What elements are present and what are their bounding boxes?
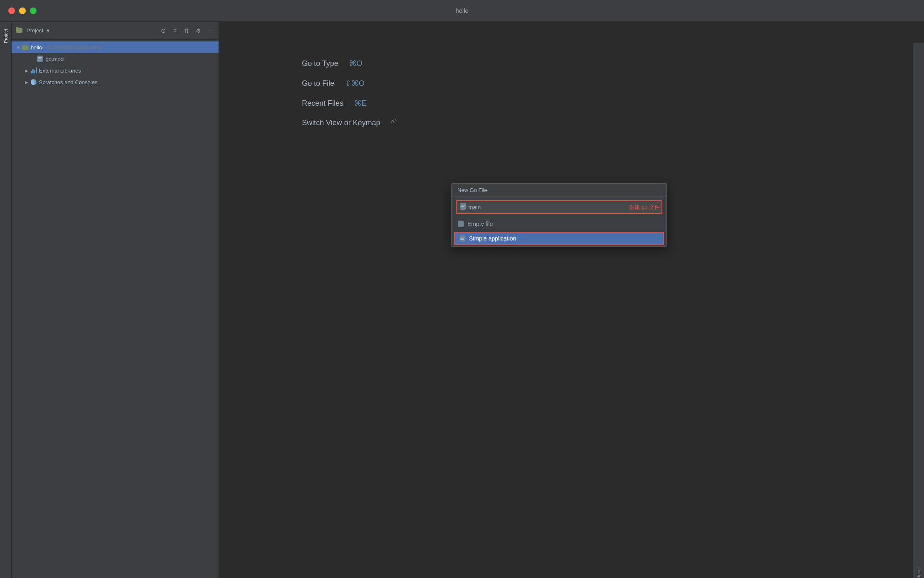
dialog-hint: 创建 go 文件 [629, 204, 660, 211]
svg-rect-10 [461, 206, 464, 207]
scratches-consoles-label: Scratches and Consoles [39, 79, 97, 85]
settings-icon[interactable]: ⚙ [194, 26, 203, 35]
project-tree: ▼ hello ~/Code/goRoot/src/hello [12, 40, 219, 578]
hello-folder-icon [22, 44, 29, 51]
content-area: Go to Type ⌘O Go to File ⇧⌘O Recent File… [219, 22, 924, 578]
input-file-icon [460, 203, 466, 211]
nav-goto-type[interactable]: Go to Type ⌘O [219, 55, 924, 72]
external-libraries-label: External Libraries [39, 68, 81, 74]
simple-app-label: Simple application [469, 235, 516, 242]
svg-rect-9 [461, 205, 465, 206]
simple-app-icon [459, 235, 466, 242]
tree-item-external-libraries[interactable]: ▶ External Libraries [12, 65, 219, 76]
new-go-file-dialog: New Go File main 创建 go 文件 [451, 183, 667, 247]
empty-file-label: Empty file [467, 221, 493, 227]
tree-item-gomod[interactable]: go.mod [12, 53, 219, 65]
main-layout: Project Project ▼ ⊙ ≡ ⇅ ⚙ − [0, 22, 924, 578]
dialog-item-simple-app-wrap: Simple application [452, 231, 666, 246]
sidebar-dropdown-arrow[interactable]: ▼ [46, 28, 50, 33]
left-vertical-tabs: Project [0, 22, 12, 578]
navigation-items: Go to Type ⌘O Go to File ⇧⌘O Recent File… [219, 22, 924, 131]
dialog-item-empty-file[interactable]: Empty file [452, 217, 666, 231]
structure-tab[interactable]: Structure [915, 566, 922, 578]
dialog-list: Empty file Simple applica [452, 217, 666, 246]
switch-view-label: Switch View or Keymap [302, 119, 380, 127]
dialog-title: New Go File [457, 187, 487, 193]
svg-rect-1 [16, 27, 19, 29]
sidebar-toolbar: ⊙ ≡ ⇅ ⚙ − [159, 26, 214, 35]
nav-recent-files[interactable]: Recent Files ⌘E [219, 95, 924, 112]
sidebar-header: Project ▼ ⊙ ≡ ⇅ ⚙ − [12, 22, 219, 40]
window-controls [8, 7, 36, 14]
expand-arrow-hello: ▼ [15, 44, 22, 51]
external-libraries-icon [30, 67, 37, 74]
hello-label: hello [31, 44, 42, 51]
folder-icon [16, 27, 22, 34]
tree-root-hello[interactable]: ▼ hello ~/Code/goRoot/src/hello [12, 41, 219, 53]
filter-icon[interactable]: ⇅ [182, 26, 191, 35]
goto-type-label: Go to Type [302, 59, 338, 68]
gomod-spacer [30, 56, 36, 62]
close-button[interactable] [8, 7, 15, 14]
locate-icon[interactable]: ⊙ [159, 26, 168, 35]
hello-path: ~/Code/goRoot/src/hello [44, 44, 102, 51]
maximize-button[interactable] [30, 7, 36, 14]
sidebar-project-title: Project [27, 27, 43, 34]
switch-view-shortcut: ^` [387, 119, 397, 127]
close-sidebar-icon[interactable]: − [205, 26, 214, 35]
svg-rect-6 [38, 58, 41, 59]
svg-rect-3 [22, 45, 25, 47]
project-tab[interactable]: Project [2, 26, 9, 46]
dialog-input-wrap: main 创建 go 文件 [452, 197, 666, 217]
right-vertical-tab: Structure [912, 43, 924, 578]
goto-type-shortcut: ⌘O [345, 59, 362, 68]
sidebar: Project ▼ ⊙ ≡ ⇅ ⚙ − ▼ hello [12, 22, 219, 578]
input-value: main [468, 204, 481, 211]
window-title: hello [455, 7, 469, 14]
nav-goto-file[interactable]: Go to File ⇧⌘O [219, 75, 924, 92]
empty-file-icon [457, 221, 464, 227]
nav-switch-view[interactable]: Switch View or Keymap ^` [219, 114, 924, 131]
gomod-label: go.mod [46, 56, 63, 62]
minimize-button[interactable] [19, 7, 26, 14]
svg-rect-13 [460, 237, 464, 238]
gomod-file-icon [36, 55, 44, 63]
title-bar: hello [0, 0, 924, 22]
recent-files-shortcut: ⌘E [350, 99, 367, 108]
svg-rect-5 [38, 57, 42, 58]
svg-rect-14 [460, 238, 464, 239]
recent-files-label: Recent Files [302, 99, 343, 108]
expand-arrow-scratches: ▶ [23, 79, 30, 85]
svg-rect-15 [460, 239, 464, 240]
goto-file-shortcut: ⇧⌘O [341, 79, 365, 88]
svg-rect-11 [458, 221, 464, 227]
dialog-item-simple-app[interactable]: Simple application [454, 232, 664, 245]
dialog-header: New Go File [452, 184, 666, 197]
scratches-icon [30, 78, 37, 86]
goto-file-label: Go to File [302, 79, 334, 88]
tree-item-scratches-consoles[interactable]: ▶ Scratches and Consoles [12, 76, 219, 88]
expand-arrow-extlib: ▶ [23, 67, 30, 74]
svg-rect-7 [38, 60, 42, 61]
collapse-icon[interactable]: ≡ [170, 26, 180, 35]
